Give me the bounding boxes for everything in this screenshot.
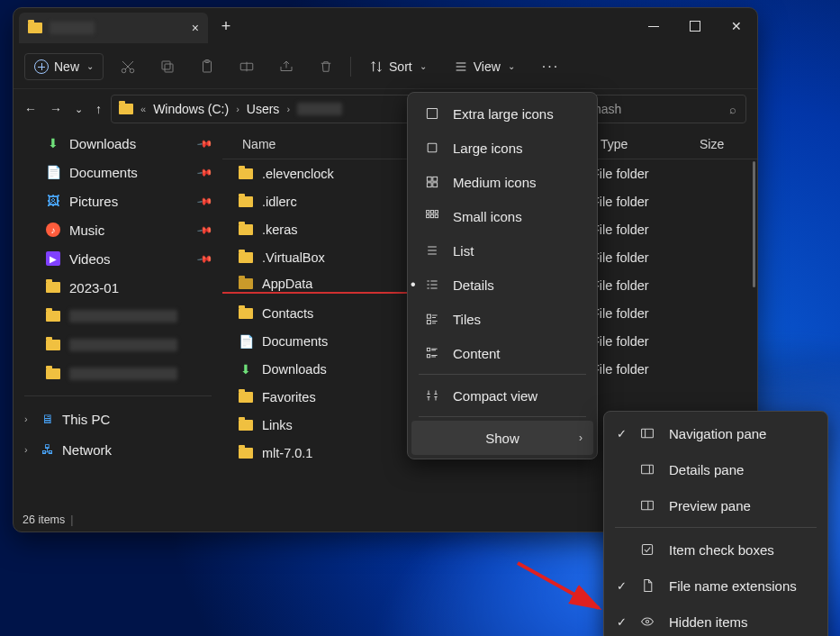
view-md-icons[interactable]: Medium icons — [411, 165, 593, 199]
nav-documents[interactable]: 📄Documents📌 — [14, 158, 222, 186]
check-icon: ✓ — [617, 427, 627, 441]
view-lg-icons[interactable]: Large icons — [411, 131, 593, 165]
nav-2023-01[interactable]: 2023-01 — [14, 273, 222, 302]
pc-icon: 🖥 — [41, 412, 55, 426]
svg-rect-10 — [433, 177, 438, 181]
svg-rect-2 — [165, 64, 173, 72]
back-button[interactable]: ← — [24, 102, 37, 116]
file-type: File folder — [592, 334, 691, 349]
search-input[interactable]: hash ⌕ — [584, 95, 746, 123]
network-icon: 🖧 — [41, 442, 55, 457]
column-type[interactable]: Type — [592, 137, 691, 151]
nav-item-redacted[interactable] — [14, 359, 222, 388]
forward-button[interactable]: → — [50, 102, 62, 116]
svg-rect-15 — [435, 211, 438, 214]
show-preview-pane[interactable]: Preview pane — [608, 487, 824, 523]
share-button[interactable] — [271, 51, 302, 82]
nav-pictures[interactable]: 🖼Pictures📌 — [14, 186, 222, 215]
file-name: mlt-7.0.1 — [262, 446, 312, 460]
paste-button[interactable] — [192, 51, 222, 82]
delete-button[interactable] — [311, 51, 341, 82]
folder-icon — [239, 420, 253, 431]
chevron-down-icon: ⌄ — [508, 61, 515, 71]
chevron-down-icon: ⌄ — [420, 61, 427, 71]
scrollbar-thumb[interactable] — [753, 161, 755, 287]
folder-icon — [239, 252, 253, 263]
close-tab-icon[interactable]: × — [192, 21, 199, 35]
search-icon: ⌕ — [729, 103, 736, 116]
folder-icon — [46, 311, 60, 322]
svg-rect-3 — [162, 61, 170, 69]
file-name: .VirtualBox — [262, 250, 325, 265]
view-tiles[interactable]: Tiles — [411, 302, 593, 336]
file-type: File folder — [592, 223, 691, 237]
grid-icon — [424, 141, 440, 155]
view-show[interactable]: Show› — [411, 421, 593, 455]
show-details-pane[interactable]: Details pane — [608, 451, 824, 487]
folder-icon — [239, 392, 253, 403]
pin-icon: 📌 — [196, 135, 213, 152]
breadcrumb-users[interactable]: Users — [247, 102, 280, 116]
svg-point-27 — [646, 620, 648, 622]
command-bar: New ⌄ Sort ⌄ View ⌄ ··· — [14, 44, 757, 89]
active-tab[interactable]: × — [19, 13, 208, 43]
minimize-button[interactable] — [633, 8, 674, 44]
show-item-checkboxes[interactable]: Item check boxes — [608, 532, 824, 568]
breadcrumb-prefix: « — [140, 104, 146, 114]
show-file-extensions[interactable]: ✓File name extensions — [608, 568, 824, 604]
close-window-button[interactable] — [716, 8, 757, 44]
svg-rect-24 — [642, 465, 654, 474]
cut-button[interactable] — [113, 51, 143, 82]
maximize-button[interactable] — [674, 8, 716, 44]
folder-icon — [46, 282, 60, 293]
show-hidden-items[interactable]: ✓Hidden items — [608, 604, 824, 636]
nav-item-redacted[interactable] — [14, 331, 222, 359]
folder-icon — [239, 196, 253, 207]
breadcrumb-drive[interactable]: Windows (C:) — [153, 102, 229, 116]
address-row: ← → ⌄ ↑ « Windows (C:) › Users › ⌄ ⟳ has… — [14, 89, 757, 129]
compact-icon — [424, 388, 440, 403]
view-compact[interactable]: Compact view — [411, 378, 593, 413]
new-button[interactable]: New ⌄ — [24, 53, 104, 80]
sort-button[interactable]: Sort ⌄ — [360, 54, 436, 79]
folder-icon — [239, 224, 253, 235]
column-size[interactable]: Size — [691, 137, 757, 151]
download-icon: ⬇ — [239, 362, 253, 377]
nav-item-redacted[interactable] — [14, 302, 222, 331]
view-details[interactable]: •Details — [411, 268, 593, 302]
nav-network[interactable]: ›🖧Network — [14, 434, 222, 465]
item-count: 26 items — [23, 513, 65, 526]
svg-rect-16 — [427, 214, 429, 217]
view-content[interactable]: Content — [411, 336, 593, 370]
chevron-right-icon: › — [236, 104, 239, 114]
pane-icon — [638, 426, 656, 441]
view-sm-icons[interactable]: Small icons — [411, 199, 593, 233]
svg-rect-21 — [427, 348, 429, 350]
breadcrumb-current[interactable] — [297, 103, 342, 115]
plus-circle-icon — [34, 59, 49, 74]
folder-icon — [46, 340, 60, 350]
up-button[interactable]: ↑ — [95, 102, 102, 116]
file-type: File folder — [592, 362, 691, 377]
copy-button[interactable] — [152, 51, 183, 82]
nav-downloads[interactable]: ⬇Downloads📌 — [14, 129, 222, 158]
pin-icon: 📌 — [196, 164, 213, 181]
more-button[interactable]: ··· — [533, 53, 568, 80]
svg-rect-26 — [642, 544, 652, 554]
svg-rect-9 — [427, 177, 431, 181]
view-button[interactable]: View ⌄ — [445, 54, 524, 79]
nav-videos[interactable]: ▶Videos📌 — [14, 244, 222, 273]
new-label: New — [54, 59, 79, 74]
chevron-down-icon[interactable]: ⌄ — [75, 102, 83, 116]
view-list[interactable]: List — [411, 233, 593, 268]
nav-this-pc[interactable]: ›🖥This PC — [14, 404, 222, 434]
nav-music[interactable]: ♪Music📌 — [14, 215, 222, 244]
chevron-down-icon: ⌄ — [86, 61, 94, 71]
view-label: View — [474, 59, 501, 74]
chevron-right-icon: › — [286, 104, 290, 114]
svg-rect-12 — [433, 183, 438, 187]
rename-button[interactable] — [231, 51, 262, 82]
add-tab-button[interactable]: + — [212, 17, 240, 36]
show-navigation-pane[interactable]: ✓Navigation pane — [608, 415, 824, 451]
view-xl-icons[interactable]: Extra large icons — [411, 96, 593, 131]
